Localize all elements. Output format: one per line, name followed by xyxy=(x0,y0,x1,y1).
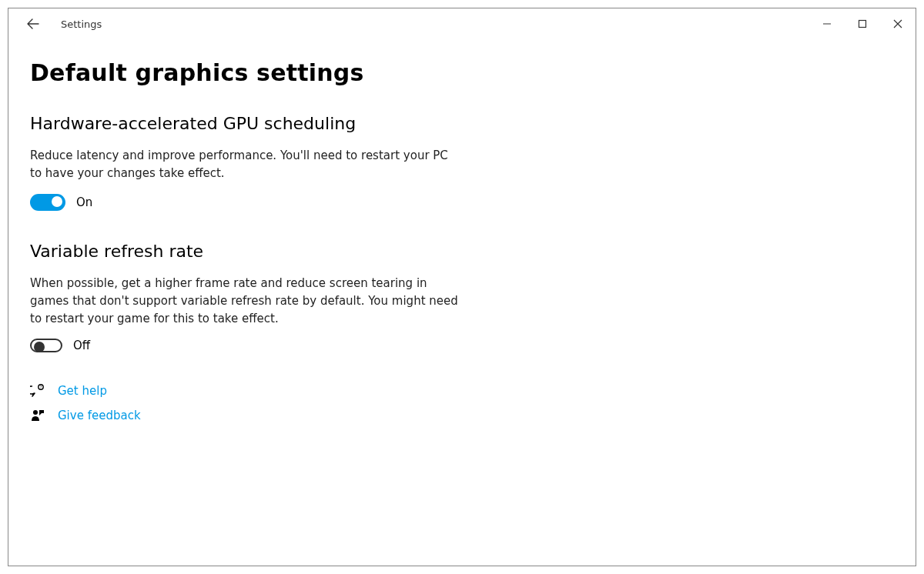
close-icon xyxy=(893,19,902,28)
gpu-scheduling-toggle-label: On xyxy=(76,195,92,209)
section-gpu-title: Hardware-accelerated GPU scheduling xyxy=(30,114,511,133)
minimize-icon xyxy=(822,19,832,28)
variable-refresh-toggle[interactable] xyxy=(30,339,62,352)
section-vrr-title: Variable refresh rate xyxy=(30,242,511,261)
app-title: Settings xyxy=(61,18,102,30)
maximize-button[interactable] xyxy=(845,8,880,39)
chat-help-icon: ? xyxy=(30,383,45,399)
maximize-icon xyxy=(858,19,867,28)
toggle-knob xyxy=(52,196,62,207)
variable-refresh-toggle-label: Off xyxy=(73,339,90,352)
toggle-knob xyxy=(34,342,45,352)
variable-refresh-toggle-row: Off xyxy=(30,339,511,352)
get-help-row: ? Get help xyxy=(30,383,511,399)
give-feedback-link[interactable]: Give feedback xyxy=(58,409,141,422)
svg-rect-0 xyxy=(859,21,866,28)
get-help-link[interactable]: Get help xyxy=(58,384,107,398)
page-title: Default graphics settings xyxy=(30,59,511,86)
window-controls xyxy=(809,8,916,39)
section-vrr-description: When possible, get a higher frame rate a… xyxy=(30,275,461,329)
arrow-left-icon xyxy=(27,18,39,30)
svg-point-3 xyxy=(33,410,38,415)
settings-window: Settings Default graphics settings Hardw… xyxy=(8,8,916,566)
section-gpu-description: Reduce latency and improve performance. … xyxy=(30,147,461,183)
close-button[interactable] xyxy=(880,8,916,39)
gpu-scheduling-toggle[interactable] xyxy=(30,194,65,211)
gpu-scheduling-toggle-row: On xyxy=(30,194,511,211)
minimize-button[interactable] xyxy=(809,8,845,39)
titlebar: Settings xyxy=(8,8,916,39)
feedback-icon xyxy=(30,408,45,423)
help-links: ? Get help Give feedback xyxy=(30,383,511,423)
back-button[interactable] xyxy=(24,15,42,33)
svg-rect-4 xyxy=(39,410,44,413)
svg-text:?: ? xyxy=(40,385,42,389)
give-feedback-row: Give feedback xyxy=(30,408,511,423)
page-content: Default graphics settings Hardware-accel… xyxy=(8,39,532,432)
